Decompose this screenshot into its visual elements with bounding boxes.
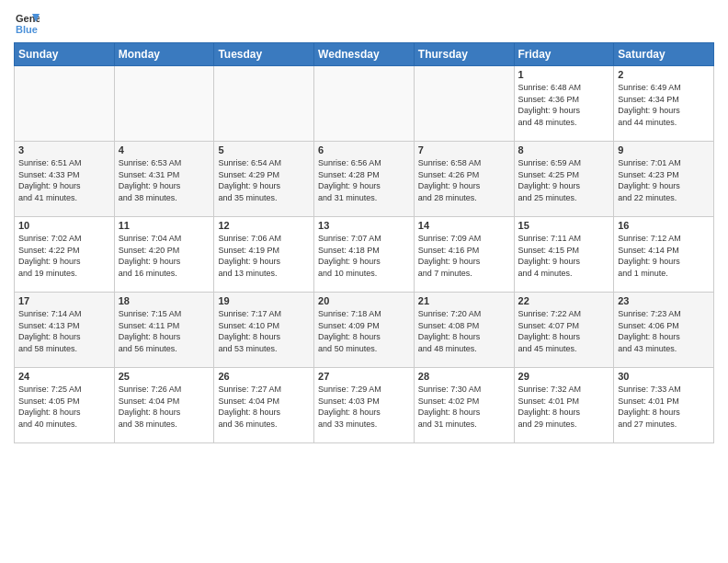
day-number: 22 [518,295,610,306]
calendar-cell [114,66,214,142]
calendar-cell: 15Sunrise: 7:11 AM Sunset: 4:15 PM Dayli… [514,217,614,293]
day-info: Sunrise: 6:48 AM Sunset: 4:36 PM Dayligh… [518,82,610,128]
day-number: 23 [618,295,710,306]
day-info: Sunrise: 7:04 AM Sunset: 4:20 PM Dayligh… [119,233,210,279]
calendar-cell [314,66,415,142]
calendar-cell: 13Sunrise: 7:07 AM Sunset: 4:18 PM Dayli… [314,217,415,293]
calendar-cell: 12Sunrise: 7:06 AM Sunset: 4:19 PM Dayli… [214,217,314,293]
day-info: Sunrise: 7:02 AM Sunset: 4:22 PM Dayligh… [18,233,110,279]
calendar-cell: 30Sunrise: 7:33 AM Sunset: 4:01 PM Dayli… [614,368,714,443]
day-number: 14 [418,220,510,231]
day-info: Sunrise: 7:17 AM Sunset: 4:10 PM Dayligh… [218,308,310,354]
calendar-cell: 3Sunrise: 6:51 AM Sunset: 4:33 PM Daylig… [15,142,115,217]
day-number: 26 [218,371,310,382]
day-info: Sunrise: 7:12 AM Sunset: 4:14 PM Dayligh… [618,233,710,279]
day-number: 28 [418,371,510,382]
day-info: Sunrise: 6:54 AM Sunset: 4:29 PM Dayligh… [218,157,310,203]
day-info: Sunrise: 7:11 AM Sunset: 4:15 PM Dayligh… [518,233,610,279]
day-info: Sunrise: 7:22 AM Sunset: 4:07 PM Dayligh… [518,308,610,354]
calendar-cell [15,66,115,142]
calendar-cell: 27Sunrise: 7:29 AM Sunset: 4:03 PM Dayli… [314,368,415,443]
day-number: 6 [318,144,410,155]
calendar-cell: 29Sunrise: 7:32 AM Sunset: 4:01 PM Dayli… [514,368,614,443]
day-number: 8 [518,144,610,155]
day-number: 30 [618,371,710,382]
calendar-cell: 7Sunrise: 6:58 AM Sunset: 4:26 PM Daylig… [414,142,514,217]
day-number: 17 [18,295,110,306]
calendar-cell: 18Sunrise: 7:15 AM Sunset: 4:11 PM Dayli… [114,293,214,368]
calendar-cell: 25Sunrise: 7:26 AM Sunset: 4:04 PM Dayli… [114,368,214,443]
day-number: 2 [618,69,710,80]
day-info: Sunrise: 7:15 AM Sunset: 4:11 PM Dayligh… [119,308,210,354]
day-info: Sunrise: 7:29 AM Sunset: 4:03 PM Dayligh… [318,384,410,430]
day-number: 1 [518,69,610,80]
day-info: Sunrise: 7:33 AM Sunset: 4:01 PM Dayligh… [618,384,710,430]
col-header-thursday: Thursday [414,43,514,66]
day-number: 18 [119,295,210,306]
calendar-cell: 14Sunrise: 7:09 AM Sunset: 4:16 PM Dayli… [414,217,514,293]
day-info: Sunrise: 7:27 AM Sunset: 4:04 PM Dayligh… [218,384,310,430]
calendar-cell: 24Sunrise: 7:25 AM Sunset: 4:05 PM Dayli… [15,368,115,443]
calendar-cell: 16Sunrise: 7:12 AM Sunset: 4:14 PM Dayli… [614,217,714,293]
calendar-cell: 5Sunrise: 6:54 AM Sunset: 4:29 PM Daylig… [214,142,314,217]
day-number: 21 [418,295,510,306]
calendar-cell: 11Sunrise: 7:04 AM Sunset: 4:20 PM Dayli… [114,217,214,293]
day-info: Sunrise: 7:09 AM Sunset: 4:16 PM Dayligh… [418,233,510,279]
logo-icon: General Blue [14,9,40,35]
day-info: Sunrise: 7:01 AM Sunset: 4:23 PM Dayligh… [618,157,710,203]
header: General Blue [14,9,714,35]
calendar-cell: 17Sunrise: 7:14 AM Sunset: 4:13 PM Dayli… [15,293,115,368]
calendar-cell: 2Sunrise: 6:49 AM Sunset: 4:34 PM Daylig… [614,66,714,142]
col-header-monday: Monday [114,43,214,66]
day-info: Sunrise: 7:18 AM Sunset: 4:09 PM Dayligh… [318,308,410,354]
day-info: Sunrise: 6:58 AM Sunset: 4:26 PM Dayligh… [418,157,510,203]
day-number: 29 [518,371,610,382]
calendar-cell: 28Sunrise: 7:30 AM Sunset: 4:02 PM Dayli… [414,368,514,443]
calendar-cell [214,66,314,142]
day-info: Sunrise: 7:23 AM Sunset: 4:06 PM Dayligh… [618,308,710,354]
day-info: Sunrise: 6:59 AM Sunset: 4:25 PM Dayligh… [518,157,610,203]
col-header-saturday: Saturday [614,43,714,66]
day-number: 15 [518,220,610,231]
calendar-cell: 4Sunrise: 6:53 AM Sunset: 4:31 PM Daylig… [114,142,214,217]
calendar-cell: 8Sunrise: 6:59 AM Sunset: 4:25 PM Daylig… [514,142,614,217]
day-number: 24 [18,371,110,382]
day-number: 13 [318,220,410,231]
day-info: Sunrise: 7:14 AM Sunset: 4:13 PM Dayligh… [18,308,110,354]
calendar-cell: 10Sunrise: 7:02 AM Sunset: 4:22 PM Dayli… [15,217,115,293]
col-header-friday: Friday [514,43,614,66]
col-header-tuesday: Tuesday [214,43,314,66]
day-info: Sunrise: 7:32 AM Sunset: 4:01 PM Dayligh… [518,384,610,430]
page: General Blue SundayMondayTuesdayWednesda… [0,0,728,563]
calendar-cell: 1Sunrise: 6:48 AM Sunset: 4:36 PM Daylig… [514,66,614,142]
calendar-header-row: SundayMondayTuesdayWednesdayThursdayFrid… [15,43,714,66]
col-header-sunday: Sunday [15,43,115,66]
calendar-week-3: 10Sunrise: 7:02 AM Sunset: 4:22 PM Dayli… [15,217,714,293]
day-number: 19 [218,295,310,306]
calendar-week-5: 24Sunrise: 7:25 AM Sunset: 4:05 PM Dayli… [15,368,714,443]
day-info: Sunrise: 7:20 AM Sunset: 4:08 PM Dayligh… [418,308,510,354]
day-info: Sunrise: 7:25 AM Sunset: 4:05 PM Dayligh… [18,384,110,430]
calendar-cell: 19Sunrise: 7:17 AM Sunset: 4:10 PM Dayli… [214,293,314,368]
day-number: 7 [418,144,510,155]
calendar-cell: 20Sunrise: 7:18 AM Sunset: 4:09 PM Dayli… [314,293,415,368]
col-header-wednesday: Wednesday [314,43,415,66]
calendar-table: SundayMondayTuesdayWednesdayThursdayFrid… [14,42,714,443]
calendar-cell: 9Sunrise: 7:01 AM Sunset: 4:23 PM Daylig… [614,142,714,217]
day-number: 3 [18,144,110,155]
day-info: Sunrise: 7:07 AM Sunset: 4:18 PM Dayligh… [318,233,410,279]
day-info: Sunrise: 7:06 AM Sunset: 4:19 PM Dayligh… [218,233,310,279]
calendar-week-4: 17Sunrise: 7:14 AM Sunset: 4:13 PM Dayli… [15,293,714,368]
calendar-cell: 22Sunrise: 7:22 AM Sunset: 4:07 PM Dayli… [514,293,614,368]
calendar-cell: 21Sunrise: 7:20 AM Sunset: 4:08 PM Dayli… [414,293,514,368]
calendar-cell: 23Sunrise: 7:23 AM Sunset: 4:06 PM Dayli… [614,293,714,368]
day-number: 5 [218,144,310,155]
svg-text:Blue: Blue [16,24,38,35]
day-number: 12 [218,220,310,231]
calendar-week-2: 3Sunrise: 6:51 AM Sunset: 4:33 PM Daylig… [15,142,714,217]
day-number: 9 [618,144,710,155]
day-info: Sunrise: 6:49 AM Sunset: 4:34 PM Dayligh… [618,82,710,128]
day-number: 16 [618,220,710,231]
calendar-cell [414,66,514,142]
day-info: Sunrise: 6:51 AM Sunset: 4:33 PM Dayligh… [18,157,110,203]
